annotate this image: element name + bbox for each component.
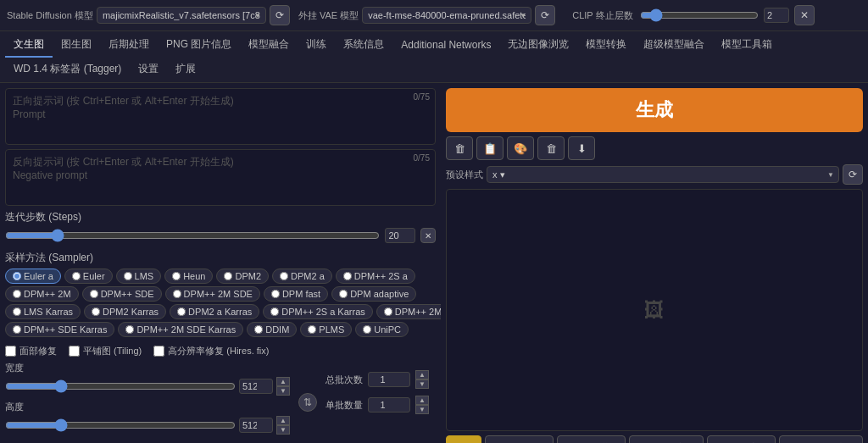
size-batch-row: 宽度 ▲ ▼ 高度 ▲ ▼ [5, 362, 436, 435]
total-batch-up[interactable]: ▲ [415, 370, 429, 379]
vae-model-label: 外挂 VAE 模型 [298, 9, 359, 22]
sampler-dpm2[interactable]: DPM2 [216, 269, 269, 284]
height-down-btn[interactable]: ▼ [276, 425, 290, 435]
tab-png-info[interactable]: PNG 图片信息 [158, 33, 240, 58]
steps-reset-btn[interactable]: ✕ [420, 228, 436, 243]
clip-slider[interactable] [640, 8, 759, 22]
action-trash-btn[interactable]: 🗑 [446, 136, 473, 160]
sampler-dpmfast[interactable]: DPM fast [264, 286, 328, 302]
negative-prompt-textarea[interactable] [6, 150, 435, 202]
clip-value-input[interactable] [764, 8, 789, 23]
tab-extensions[interactable]: 扩展 [167, 58, 204, 82]
steps-slider[interactable] [5, 229, 380, 242]
width-down-btn[interactable]: ▼ [276, 386, 290, 396]
tab-img2img[interactable]: 图生图 [53, 33, 100, 58]
sampler-dpmppsde[interactable]: DPM++ SDE [82, 286, 162, 302]
save-btn[interactable]: 保存 [485, 435, 554, 443]
height-arrows: ▲ ▼ [276, 416, 290, 435]
action-clipboard-btn[interactable]: 📋 [476, 136, 504, 160]
height-input[interactable] [239, 418, 273, 433]
sd-model-refresh-btn[interactable]: ⟳ [270, 5, 290, 25]
preset-row: 预设样式 x ▾ ⟳ [446, 164, 863, 185]
tab-model-toolkit[interactable]: 模型工具箱 [713, 33, 781, 58]
zip-btn[interactable]: 打包下载 [557, 435, 626, 443]
sampler-row-4: DPM++ SDE Karras DPM++ 2M SDE Karras DDI… [5, 322, 436, 337]
stable-diffusion-model-section: Stable Diffusion 模型 majicmixRealistic_v7… [7, 5, 290, 25]
total-batch-input[interactable] [368, 372, 410, 387]
tab-txt2img[interactable]: 文生图 [5, 33, 53, 58]
sampler-dpm2a-karras[interactable]: DPM2 a Karras [170, 304, 259, 319]
clip-reset-btn[interactable]: ✕ [794, 5, 815, 25]
negative-prompt-box: 0/75 [5, 149, 436, 206]
tab-additional-networks[interactable]: Additional Networks [392, 35, 499, 57]
sampler-grid: Euler a Euler LMS Heun DPM2 DPM2 a DPM++… [5, 269, 436, 337]
vae-model-refresh-btn[interactable]: ⟳ [535, 5, 555, 25]
action-delete-btn[interactable]: 🗑 [537, 136, 565, 160]
sampler-lms-karras[interactable]: LMS Karras [5, 304, 81, 319]
sampler-plms[interactable]: PLMS [300, 322, 352, 337]
total-batch-down[interactable]: ▼ [415, 379, 429, 389]
tab-super-merge[interactable]: 超级模型融合 [635, 33, 713, 58]
action-download-btn[interactable]: ⬇ [568, 136, 595, 160]
sampler-unipc[interactable]: UniPC [355, 322, 409, 337]
sampler-dpmpp2m-karras[interactable]: DPM++ 2M Karras [376, 304, 441, 319]
face-restore-checkbox[interactable]: 面部修复 [5, 345, 57, 357]
image-placeholder-icon: 🖼 [644, 298, 665, 322]
tab-tagger[interactable]: WD 1.4 标签器 (Tagger) [5, 58, 130, 82]
sampler-lms[interactable]: LMS [116, 269, 162, 284]
tiling-checkbox[interactable]: 平铺图 (Tiling) [69, 345, 142, 357]
single-batch-input[interactable] [368, 397, 410, 413]
sampler-dpmpp2sa[interactable]: DPM++ 2S a [336, 269, 415, 284]
hires-fix-checkbox[interactable]: 高分辨率修复 (Hires. fix) [153, 345, 269, 357]
height-slider[interactable] [5, 418, 236, 432]
main-content: 0/75 0/75 迭代步数 (Steps) ✕ 采样方法 (Sampler) … [0, 83, 868, 443]
clip-section: CLIP 终止层数 ✕ [572, 5, 814, 25]
total-batch-row: 总批次数 ▲ ▼ [326, 370, 436, 389]
tab-train[interactable]: 训练 [298, 33, 335, 58]
height-up-btn[interactable]: ▲ [276, 416, 290, 425]
tab-model-merge[interactable]: 模型融合 [240, 33, 298, 58]
width-up-btn[interactable]: ▲ [276, 377, 290, 386]
vae-model-select[interactable]: vae-ft-mse-840000-ema-pruned.safetensors [362, 7, 531, 24]
tab-extras[interactable]: 后期处理 [100, 33, 158, 58]
sampler-ddim[interactable]: DDIM [247, 322, 297, 337]
preset-select[interactable]: x ▾ [487, 166, 839, 183]
clip-label: CLIP 终止层数 [572, 9, 632, 22]
sampler-dppppsde-karras[interactable]: DPM++ SDE Karras [5, 322, 114, 337]
swap-size-btn[interactable]: ⇅ [298, 393, 317, 412]
generate-button[interactable]: 生成 [446, 88, 863, 132]
sampler-dpmpp2msde-karras[interactable]: DPM++ 2M SDE Karras [118, 322, 243, 337]
tab-infinite-browse[interactable]: 无边图像浏览 [499, 33, 577, 58]
action-color-btn[interactable]: 🎨 [507, 136, 534, 160]
sd-model-select[interactable]: majicmixRealistic_v7.safetensors [7c819b… [97, 7, 266, 24]
positive-prompt-textarea[interactable] [6, 89, 435, 141]
image-canvas: 🖼 [446, 189, 863, 431]
send-inpaint-btn[interactable]: 发送到重绘 [707, 435, 776, 443]
bottom-actions: 📁 保存 打包下载 发送到图生图 发送到重绘 发送到后期处理 [446, 435, 863, 443]
sampler-dpmpp2m[interactable]: DPM++ 2M [5, 286, 79, 302]
single-batch-up[interactable]: ▲ [415, 396, 429, 405]
tab-settings[interactable]: 设置 [130, 58, 167, 82]
width-input[interactable] [239, 379, 273, 394]
tab-model-convert[interactable]: 模型转换 [577, 33, 635, 58]
tab-system-info[interactable]: 系统信息 [335, 33, 392, 58]
sampler-dpm2-karras[interactable]: DPM2 Karras [84, 304, 166, 319]
sampler-euler-a[interactable]: Euler a [5, 269, 61, 284]
sampler-dpmpp2msde[interactable]: DPM++ 2M SDE [165, 286, 260, 302]
steps-value-input[interactable] [385, 228, 415, 243]
height-label: 高度 [5, 401, 290, 413]
send-extras-btn[interactable]: 发送到后期处理 [779, 435, 863, 443]
sampler-euler[interactable]: Euler [64, 269, 113, 284]
total-batch-label: 总批次数 [326, 374, 363, 386]
single-batch-down[interactable]: ▼ [415, 405, 429, 414]
send-img2img-btn[interactable]: 发送到图生图 [629, 435, 704, 443]
width-control: ▲ ▼ [5, 377, 290, 396]
width-slider[interactable] [5, 379, 236, 393]
sampler-dpmpp2sa-karras[interactable]: DPM++ 2S a Karras [263, 304, 372, 319]
sampler-dpmadaptive[interactable]: DPM adaptive [331, 286, 416, 302]
preset-add-btn[interactable]: ⟳ [843, 164, 863, 185]
sd-model-wrapper: majicmixRealistic_v7.safetensors [7c819b… [97, 7, 266, 24]
open-folder-btn[interactable]: 📁 [446, 435, 481, 443]
sampler-dpm2a[interactable]: DPM2 a [272, 269, 332, 284]
sampler-heun[interactable]: Heun [164, 269, 213, 284]
